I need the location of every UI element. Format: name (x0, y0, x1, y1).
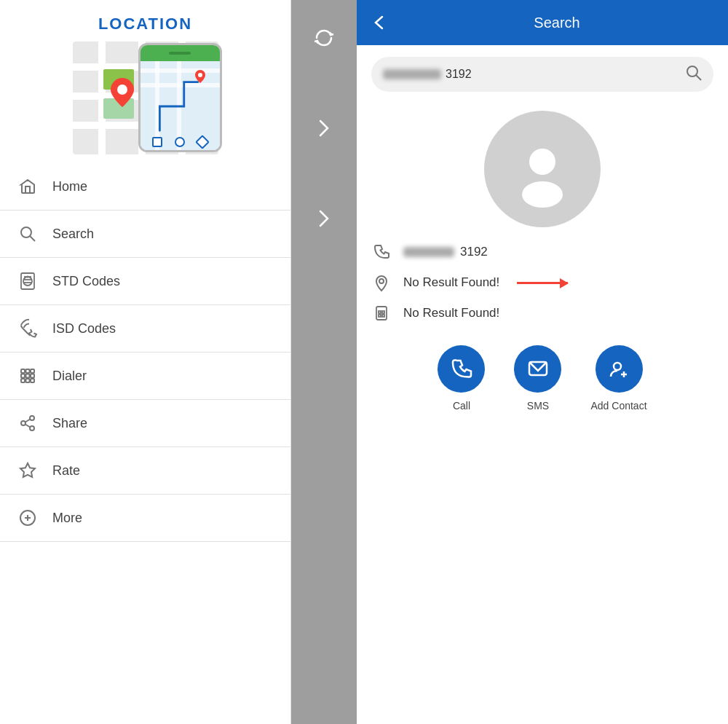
sidebar-item-share-label: Share (52, 416, 87, 431)
svg-rect-17 (26, 379, 30, 382)
svg-line-23 (25, 420, 31, 422)
result-section: 3192 No Result Found! (357, 242, 728, 323)
blurred-number (383, 69, 441, 79)
sidebar-item-rate[interactable]: Rate (0, 447, 290, 495)
add-contact-button[interactable] (596, 345, 643, 393)
sidebar-header: LOCATION (0, 0, 290, 163)
phone-result-text: 3192 (403, 245, 488, 259)
sidebar-item-more[interactable]: More (0, 495, 290, 542)
svg-rect-15 (31, 374, 34, 378)
svg-point-31 (522, 181, 563, 208)
back-button[interactable] (371, 14, 389, 31)
svg-point-0 (117, 84, 127, 95)
blurred-phone (403, 247, 454, 257)
header-title: Search (400, 15, 713, 31)
add-contact-action[interactable]: Add Contact (590, 345, 646, 412)
svg-point-39 (614, 363, 621, 370)
sidebar-item-more-label: More (52, 511, 82, 526)
sidebar-item-isd-codes-label: ISD Codes (52, 321, 116, 337)
refresh-button[interactable] (308, 22, 340, 54)
phone-mockup (138, 43, 222, 152)
plus-icon (17, 508, 38, 528)
svg-rect-36 (379, 315, 381, 317)
call-button[interactable] (438, 345, 485, 393)
sms-action[interactable]: SMS (514, 345, 561, 412)
grid-icon (17, 366, 38, 386)
sidebar-item-std-codes[interactable]: STD Codes (0, 258, 290, 305)
svg-point-2 (21, 227, 31, 237)
right-panel: Search 3192 (357, 0, 728, 724)
svg-rect-12 (31, 369, 34, 373)
chevron-right-button-2[interactable] (308, 202, 340, 235)
chevron-right-button-1[interactable] (308, 112, 340, 144)
phone-result-icon (371, 242, 392, 262)
sidebar-title: LOCATION (98, 15, 192, 34)
svg-rect-33 (376, 307, 387, 320)
svg-point-28 (687, 66, 697, 76)
location-result-row: No Result Found! (371, 272, 713, 293)
home-icon (17, 176, 38, 197)
svg-line-29 (696, 75, 701, 80)
add-contact-label: Add Contact (590, 400, 646, 412)
sms-button[interactable] (514, 345, 561, 393)
svg-rect-11 (26, 369, 30, 373)
telephone-icon (17, 271, 38, 291)
svg-rect-34 (379, 311, 381, 313)
svg-point-32 (379, 279, 384, 283)
location-no-result: No Result Found! (403, 275, 499, 290)
search-header: Search (357, 0, 728, 45)
sidebar-item-search-label: Search (52, 227, 94, 242)
svg-point-30 (529, 149, 555, 175)
sidebar: LOCATION (0, 0, 291, 724)
search-icon (17, 224, 38, 244)
sidebar-item-dialer[interactable]: Dialer (0, 353, 290, 400)
search-input-display: 3192 (383, 68, 677, 81)
sidebar-item-isd-codes[interactable]: ISD Codes (0, 305, 290, 353)
sidebar-item-home-label: Home (52, 179, 87, 194)
sidebar-item-share[interactable]: Share (0, 400, 290, 447)
svg-point-19 (30, 416, 34, 420)
sidebar-item-dialer-label: Dialer (52, 369, 87, 384)
svg-marker-24 (20, 463, 35, 477)
location-illustration (73, 39, 218, 156)
svg-point-20 (21, 421, 25, 425)
avatar (484, 111, 601, 227)
avatar-section (357, 103, 728, 242)
red-arrow (517, 282, 568, 284)
svg-point-21 (30, 426, 34, 430)
svg-rect-10 (21, 369, 25, 373)
actions-section: Call SMS Add Contact (357, 323, 728, 426)
svg-line-22 (25, 425, 31, 428)
search-bar-container: 3192 (357, 45, 728, 103)
svg-point-8 (23, 277, 32, 286)
search-icon-btn[interactable] (686, 65, 702, 84)
svg-line-3 (30, 236, 35, 241)
sidebar-item-home[interactable]: Home (0, 163, 290, 210)
sms-label: SMS (527, 400, 549, 412)
svg-point-9 (27, 276, 29, 278)
call-label: Call (453, 400, 470, 412)
svg-point-1 (198, 73, 202, 77)
sidebar-item-search[interactable]: Search (0, 210, 290, 258)
sim-result-row: No Result Found! (371, 303, 713, 323)
call-action[interactable]: Call (438, 345, 485, 412)
sim-no-result: No Result Found! (403, 306, 499, 320)
search-bar[interactable]: 3192 (371, 57, 713, 92)
red-arrow-indicator (511, 282, 568, 284)
sidebar-item-rate-label: Rate (52, 463, 80, 479)
svg-rect-35 (382, 311, 384, 313)
search-query-suffix: 3192 (446, 68, 472, 81)
sim-result-icon (371, 303, 392, 323)
sidebar-item-std-codes-label: STD Codes (52, 274, 120, 289)
phone-wave-icon (17, 318, 38, 339)
phone-result-suffix: 3192 (460, 245, 488, 259)
svg-rect-16 (21, 379, 25, 382)
phone-result-row: 3192 (371, 242, 713, 262)
share-icon (17, 413, 38, 433)
middle-panel (291, 0, 357, 724)
svg-rect-18 (31, 379, 34, 382)
location-result-icon (371, 272, 392, 293)
sidebar-nav: Home Search (0, 163, 290, 724)
svg-rect-13 (21, 374, 25, 378)
star-icon (17, 460, 38, 481)
